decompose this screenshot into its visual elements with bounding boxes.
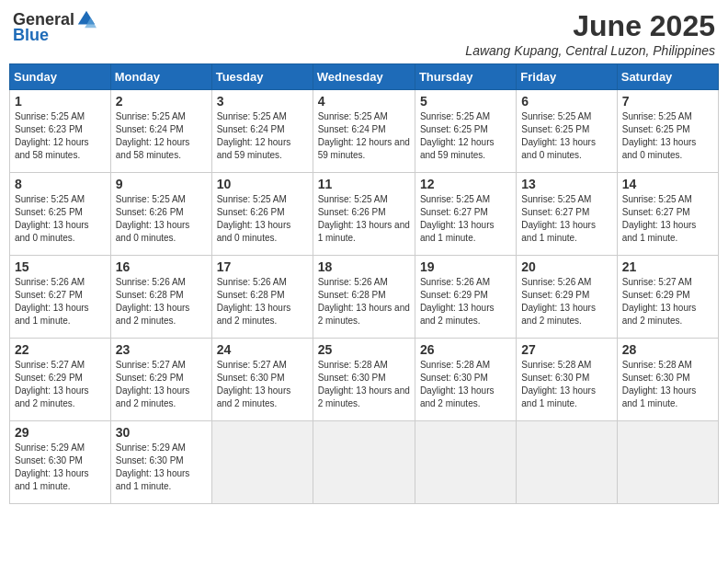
cell-jun9: 9 Sunrise: 5:25 AMSunset: 6:26 PMDayligh… (110, 173, 211, 256)
cell-jun19: 19 Sunrise: 5:26 AMSunset: 6:29 PMDaylig… (415, 256, 516, 339)
cell-jun13: 13 Sunrise: 5:25 AMSunset: 6:27 PMDaylig… (517, 173, 617, 256)
day-number: 30 (116, 425, 207, 440)
day-info: Sunrise: 5:25 AMSunset: 6:24 PMDaylight:… (318, 111, 410, 160)
cell-jun21: 21 Sunrise: 5:27 AMSunset: 6:29 PMDaylig… (617, 256, 718, 339)
day-number: 26 (420, 342, 511, 357)
col-sunday: Sunday (10, 64, 111, 90)
day-number: 6 (521, 94, 611, 109)
day-info: Sunrise: 5:27 AMSunset: 6:29 PMDaylight:… (15, 360, 89, 408)
cell-jun22: 22 Sunrise: 5:27 AMSunset: 6:29 PMDaylig… (10, 339, 111, 421)
day-number: 14 (622, 177, 713, 191)
cell-jun26: 26 Sunrise: 5:28 AMSunset: 6:30 PMDaylig… (415, 339, 516, 421)
day-number: 20 (521, 259, 611, 274)
cell-jun16: 16 Sunrise: 5:26 AMSunset: 6:28 PMDaylig… (110, 256, 211, 339)
col-saturday: Saturday (617, 64, 718, 90)
day-info: Sunrise: 5:25 AMSunset: 6:25 PMDaylight:… (15, 194, 89, 243)
cell-jun15: 15 Sunrise: 5:26 AMSunset: 6:27 PMDaylig… (10, 256, 111, 339)
calendar-header-row: Sunday Monday Tuesday Wednesday Thursday… (10, 64, 719, 90)
cell-jun20: 20 Sunrise: 5:26 AMSunset: 6:29 PMDaylig… (517, 256, 617, 339)
col-tuesday: Tuesday (211, 64, 313, 90)
day-info: Sunrise: 5:26 AMSunset: 6:28 PMDaylight:… (116, 277, 190, 326)
cell-jun3: 3 Sunrise: 5:25 AMSunset: 6:24 PMDayligh… (211, 90, 313, 173)
day-number: 2 (116, 94, 207, 109)
cell-jun24: 24 Sunrise: 5:27 AMSunset: 6:30 PMDaylig… (211, 339, 313, 421)
day-info: Sunrise: 5:28 AMSunset: 6:30 PMDaylight:… (622, 360, 697, 408)
day-info: Sunrise: 5:25 AMSunset: 6:26 PMDaylight:… (318, 194, 410, 243)
day-info: Sunrise: 5:28 AMSunset: 6:30 PMDaylight:… (318, 360, 410, 408)
day-info: Sunrise: 5:26 AMSunset: 6:29 PMDaylight:… (420, 277, 495, 326)
logo-blue: Blue (13, 26, 49, 45)
col-thursday: Thursday (415, 64, 516, 90)
col-monday: Monday (110, 64, 211, 90)
day-number: 11 (318, 177, 410, 191)
day-info: Sunrise: 5:26 AMSunset: 6:27 PMDaylight:… (15, 277, 89, 326)
day-number: 15 (15, 259, 106, 274)
cell-jun12: 12 Sunrise: 5:25 AMSunset: 6:27 PMDaylig… (415, 173, 516, 256)
day-info: Sunrise: 5:25 AMSunset: 6:26 PMDaylight:… (217, 194, 291, 243)
day-info: Sunrise: 5:25 AMSunset: 6:27 PMDaylight:… (420, 194, 495, 243)
day-info: Sunrise: 5:27 AMSunset: 6:30 PMDaylight:… (217, 360, 291, 408)
day-number: 27 (521, 342, 611, 357)
day-number: 8 (15, 177, 106, 191)
day-info: Sunrise: 5:25 AMSunset: 6:25 PMDaylight:… (420, 111, 495, 160)
cell-jun27: 27 Sunrise: 5:28 AMSunset: 6:30 PMDaylig… (517, 339, 617, 421)
day-number: 10 (217, 177, 308, 191)
cell-empty (415, 421, 516, 504)
page-header: General Blue June 2025 Lawang Kupang, Ce… (9, 9, 719, 58)
day-number: 29 (15, 425, 106, 440)
day-info: Sunrise: 5:26 AMSunset: 6:29 PMDaylight:… (521, 277, 596, 326)
day-number: 28 (622, 342, 713, 357)
day-info: Sunrise: 5:25 AMSunset: 6:24 PMDaylight:… (217, 111, 291, 160)
table-row: 22 Sunrise: 5:27 AMSunset: 6:29 PMDaylig… (10, 339, 719, 421)
logo-icon (76, 9, 97, 29)
day-number: 17 (217, 259, 308, 274)
day-info: Sunrise: 5:28 AMSunset: 6:30 PMDaylight:… (521, 360, 596, 408)
cell-empty (517, 421, 617, 504)
day-info: Sunrise: 5:26 AMSunset: 6:28 PMDaylight:… (318, 277, 410, 326)
table-row: 15 Sunrise: 5:26 AMSunset: 6:27 PMDaylig… (10, 256, 719, 339)
cell-empty (211, 421, 313, 504)
day-info: Sunrise: 5:25 AMSunset: 6:25 PMDaylight:… (521, 111, 596, 160)
month-year-title: June 2025 (465, 9, 715, 43)
day-number: 13 (521, 177, 611, 191)
table-row: 1 Sunrise: 5:25 AMSunset: 6:23 PMDayligh… (10, 90, 719, 173)
cell-jun10: 10 Sunrise: 5:25 AMSunset: 6:26 PMDaylig… (211, 173, 313, 256)
day-info: Sunrise: 5:27 AMSunset: 6:29 PMDaylight:… (622, 277, 697, 326)
day-number: 25 (318, 342, 410, 357)
day-number: 5 (420, 94, 511, 109)
day-number: 4 (318, 94, 410, 109)
day-info: Sunrise: 5:26 AMSunset: 6:28 PMDaylight:… (217, 277, 291, 326)
cell-jun25: 25 Sunrise: 5:28 AMSunset: 6:30 PMDaylig… (313, 339, 415, 421)
day-info: Sunrise: 5:25 AMSunset: 6:27 PMDaylight:… (622, 194, 697, 243)
cell-jun14: 14 Sunrise: 5:25 AMSunset: 6:27 PMDaylig… (617, 173, 718, 256)
day-number: 24 (217, 342, 308, 357)
table-row: 29 Sunrise: 5:29 AMSunset: 6:30 PMDaylig… (10, 421, 719, 504)
day-number: 12 (420, 177, 511, 191)
day-number: 9 (116, 177, 207, 191)
cell-empty (617, 421, 718, 504)
day-number: 19 (420, 259, 511, 274)
day-number: 22 (15, 342, 106, 357)
table-row: 8 Sunrise: 5:25 AMSunset: 6:25 PMDayligh… (10, 173, 719, 256)
cell-jun29: 29 Sunrise: 5:29 AMSunset: 6:30 PMDaylig… (10, 421, 111, 504)
cell-jun8: 8 Sunrise: 5:25 AMSunset: 6:25 PMDayligh… (10, 173, 111, 256)
day-info: Sunrise: 5:25 AMSunset: 6:26 PMDaylight:… (116, 194, 190, 243)
day-info: Sunrise: 5:29 AMSunset: 6:30 PMDaylight:… (15, 442, 89, 491)
day-number: 18 (318, 259, 410, 274)
col-friday: Friday (517, 64, 617, 90)
day-info: Sunrise: 5:25 AMSunset: 6:24 PMDaylight:… (116, 111, 190, 160)
cell-jun5: 5 Sunrise: 5:25 AMSunset: 6:25 PMDayligh… (415, 90, 516, 173)
title-area: June 2025 Lawang Kupang, Central Luzon, … (465, 9, 715, 58)
day-number: 7 (622, 94, 713, 109)
cell-jun30: 30 Sunrise: 5:29 AMSunset: 6:30 PMDaylig… (110, 421, 211, 504)
day-number: 1 (15, 94, 106, 109)
cell-jun1: 1 Sunrise: 5:25 AMSunset: 6:23 PMDayligh… (10, 90, 111, 173)
day-info: Sunrise: 5:29 AMSunset: 6:30 PMDaylight:… (116, 442, 190, 491)
col-wednesday: Wednesday (313, 64, 415, 90)
location-subtitle: Lawang Kupang, Central Luzon, Philippine… (465, 43, 715, 58)
day-number: 23 (116, 342, 207, 357)
cell-empty (313, 421, 415, 504)
day-info: Sunrise: 5:25 AMSunset: 6:27 PMDaylight:… (521, 194, 596, 243)
cell-jun6: 6 Sunrise: 5:25 AMSunset: 6:25 PMDayligh… (517, 90, 617, 173)
day-number: 3 (217, 94, 308, 109)
